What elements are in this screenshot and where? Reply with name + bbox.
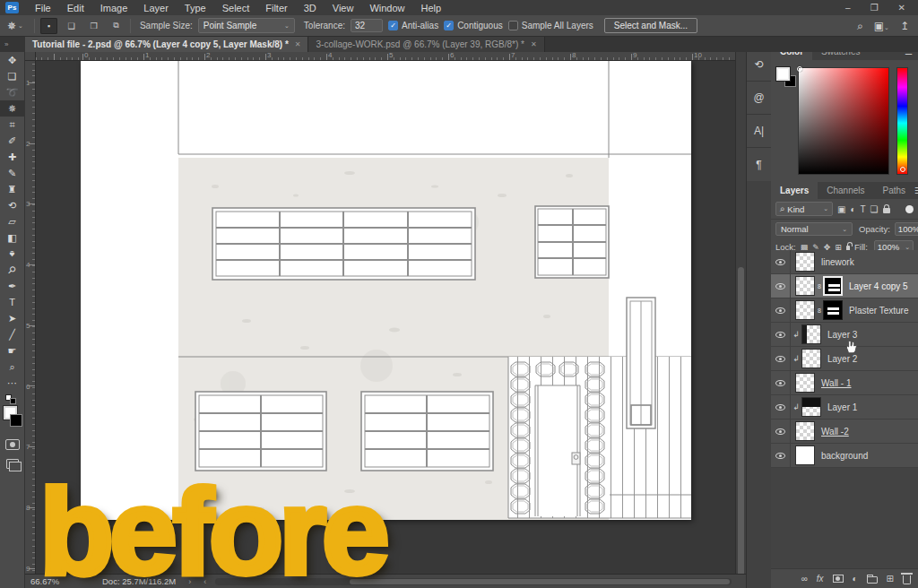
menu-layer[interactable]: Layer bbox=[135, 3, 177, 13]
visibility-toggle[interactable] bbox=[771, 419, 791, 443]
layer-name[interactable]: Plaster Texture bbox=[849, 306, 909, 316]
hue-slider[interactable] bbox=[896, 67, 908, 175]
menu-3d[interactable]: 3D bbox=[296, 3, 325, 13]
dodge-tool[interactable]: ⚲ bbox=[0, 262, 25, 278]
filter-type-layers-icon[interactable]: T bbox=[861, 204, 866, 214]
scrollbar-handle[interactable] bbox=[738, 267, 744, 588]
eraser-tool[interactable]: ▱ bbox=[0, 213, 25, 229]
filter-smart-objects-icon[interactable] bbox=[883, 208, 890, 213]
subtract-from-selection-button[interactable]: ❒ bbox=[85, 18, 102, 34]
layer-filter-dropdown[interactable]: ⌕ Kind ⌄ bbox=[775, 202, 833, 216]
active-tool-preview[interactable]: ✵ ⌄ bbox=[0, 20, 29, 32]
layer-row-wall-2[interactable]: Wall -2 bbox=[771, 419, 918, 444]
document-tab-2[interactable]: 3-collage-WORK.psd @ 66.7% (Layer 39, RG… bbox=[308, 37, 544, 52]
gradient-tool[interactable]: ◧ bbox=[0, 229, 25, 246]
visibility-toggle[interactable] bbox=[771, 298, 791, 322]
new-selection-button[interactable]: ▪ bbox=[40, 18, 57, 34]
share-icon[interactable]: ↥ bbox=[900, 20, 909, 32]
toolbar-expand-chevron[interactable]: » bbox=[0, 37, 25, 52]
visibility-toggle[interactable] bbox=[771, 395, 791, 419]
crop-tool[interactable]: ⌗ bbox=[0, 117, 25, 133]
workspace-icon[interactable]: ▣⌄ bbox=[874, 20, 889, 32]
visibility-toggle[interactable] bbox=[771, 347, 791, 370]
tab-layers[interactable]: Layers bbox=[771, 182, 818, 199]
layer-thumbnail[interactable] bbox=[801, 397, 821, 417]
spot-healing-tool[interactable]: ✚ bbox=[0, 149, 25, 165]
layer-row-layer-4-copy-5[interactable]: 8 Layer 4 copy 5 bbox=[771, 274, 918, 298]
anti-alias-checkbox[interactable]: ✓ Anti-alias bbox=[388, 21, 438, 30]
paragraph-panel-icon[interactable]: ¶ bbox=[747, 148, 772, 181]
filter-toggle-icon[interactable] bbox=[905, 205, 914, 213]
select-and-mask-button[interactable]: Select and Mask... bbox=[604, 18, 697, 33]
document-tab-1[interactable]: Tutorial file - 2.psd @ 66.7% (Layer 4 c… bbox=[25, 37, 308, 52]
scrollbar-handle[interactable] bbox=[350, 579, 730, 584]
default-colors-icon[interactable] bbox=[0, 393, 25, 405]
menu-filter[interactable]: Filter bbox=[257, 3, 295, 13]
layer-name[interactable]: Wall - 1 bbox=[821, 378, 852, 388]
menu-image[interactable]: Image bbox=[92, 3, 136, 13]
move-tool[interactable]: ✥ bbox=[0, 52, 25, 68]
layer-thumbnail[interactable] bbox=[795, 373, 815, 393]
menu-help[interactable]: Help bbox=[413, 3, 450, 13]
close-button[interactable]: ✕ bbox=[898, 3, 905, 13]
tab-paths[interactable]: Paths bbox=[874, 182, 915, 199]
foreground-background-swatches[interactable] bbox=[0, 405, 25, 432]
tab-channels[interactable]: Channels bbox=[818, 182, 873, 199]
panel-menu-icon[interactable]: ☰ bbox=[914, 182, 918, 199]
eyedropper-tool[interactable]: ✐ bbox=[0, 133, 25, 149]
adjustment-layer-icon[interactable]: ◐ bbox=[853, 574, 858, 584]
layer-row-plaster-texture[interactable]: 8 Plaster Texture bbox=[771, 298, 918, 323]
layer-thumbnail[interactable] bbox=[795, 421, 815, 441]
intersect-selection-button[interactable]: ⧉ bbox=[108, 18, 125, 34]
blend-mode-dropdown[interactable]: Normal ⌄ bbox=[775, 222, 853, 236]
menu-file[interactable]: File bbox=[27, 3, 59, 13]
tolerance-input[interactable] bbox=[351, 19, 383, 32]
layer-name[interactable]: background bbox=[821, 451, 868, 461]
menu-window[interactable]: Window bbox=[361, 3, 412, 13]
search-icon[interactable]: ⌕ bbox=[857, 20, 863, 32]
new-group-icon[interactable] bbox=[867, 576, 878, 584]
visibility-toggle[interactable] bbox=[771, 444, 791, 467]
canvas-document[interactable] bbox=[81, 61, 691, 520]
layer-mask-thumbnail[interactable] bbox=[823, 300, 843, 320]
menu-select[interactable]: Select bbox=[214, 3, 258, 13]
color-picker-marker[interactable] bbox=[797, 66, 802, 72]
rectangular-marquee-tool[interactable]: ❏ bbox=[0, 68, 25, 84]
layer-style-icon[interactable]: fx bbox=[817, 574, 824, 584]
restore-button[interactable]: ❐ bbox=[870, 3, 879, 13]
lasso-tool[interactable]: ➰ bbox=[0, 84, 25, 100]
new-layer-icon[interactable]: ⊞ bbox=[887, 574, 894, 584]
layer-thumbnail[interactable] bbox=[795, 252, 815, 272]
opacity-dropdown[interactable]: 100% ⌄ bbox=[895, 222, 918, 236]
close-tab-icon[interactable]: ✕ bbox=[295, 40, 301, 48]
clone-stamp-tool[interactable]: ♜ bbox=[0, 181, 25, 197]
layer-name[interactable]: Layer 3 bbox=[827, 330, 857, 340]
blur-tool[interactable]: ♠ bbox=[0, 246, 25, 262]
filter-adjustment-layers-icon[interactable]: ◐ bbox=[850, 204, 855, 214]
character-panel-icon[interactable]: A| bbox=[747, 115, 772, 148]
type-tool[interactable]: T bbox=[0, 294, 25, 310]
layer-thumbnail[interactable] bbox=[795, 445, 815, 465]
layer-row-layer-1[interactable]: ↲ Layer 1 bbox=[771, 395, 918, 419]
visibility-toggle[interactable] bbox=[771, 371, 791, 394]
menu-type[interactable]: Type bbox=[177, 3, 214, 13]
zoom-tool[interactable]: ⌕ bbox=[0, 359, 25, 375]
edit-toolbar-button[interactable]: ⋯ bbox=[0, 375, 25, 391]
layer-name[interactable]: linework bbox=[821, 257, 854, 267]
menu-edit[interactable]: Edit bbox=[59, 3, 92, 13]
history-brush-tool[interactable]: ⟲ bbox=[0, 197, 25, 213]
layer-thumbnail[interactable] bbox=[801, 349, 821, 368]
hand-tool[interactable]: ☛ bbox=[0, 342, 25, 359]
contiguous-checkbox[interactable]: ✓ Contiguous bbox=[444, 21, 503, 30]
pen-tool[interactable]: ✒ bbox=[0, 278, 25, 294]
libraries-panel-icon[interactable]: @ bbox=[747, 82, 772, 115]
foreground-color-swatch[interactable] bbox=[776, 67, 790, 81]
close-tab-icon[interactable]: ✕ bbox=[531, 40, 537, 48]
layer-name[interactable]: Layer 4 copy 5 bbox=[849, 281, 908, 291]
filter-shape-layers-icon[interactable]: ❏ bbox=[870, 204, 879, 214]
add-layer-mask-icon[interactable] bbox=[833, 575, 844, 583]
layer-name[interactable]: Layer 2 bbox=[827, 354, 857, 364]
visibility-toggle[interactable] bbox=[771, 323, 791, 346]
vertical-scrollbar[interactable] bbox=[735, 52, 746, 574]
layer-row-linework[interactable]: linework bbox=[771, 250, 918, 274]
